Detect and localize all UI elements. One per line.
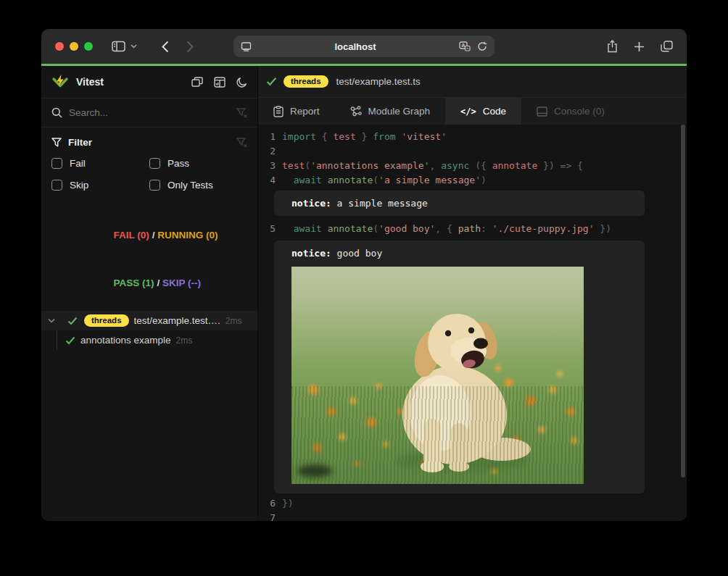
sidebar: Vitest — [41, 66, 258, 521]
line-number: 3 — [258, 159, 276, 173]
test-file-name: test/example.test…. — [134, 315, 220, 326]
clear-filter-icon[interactable] — [236, 138, 247, 148]
search-icon — [51, 107, 62, 118]
app-title: Vitest — [76, 76, 104, 88]
traffic-lights — [55, 42, 93, 51]
annotation-text: a simple message — [331, 198, 428, 209]
tab-report[interactable]: Report — [258, 98, 335, 125]
reload-icon[interactable] — [477, 41, 487, 51]
test-case-duration: 2ms — [176, 335, 193, 346]
test-case-name: annotations example — [80, 335, 171, 346]
code-lines: 1import { test } from 'vitest'23test('an… — [258, 130, 687, 521]
annotation-text: good boy — [331, 248, 382, 259]
page-settings-icon[interactable] — [241, 42, 252, 51]
skip-count: SKIP (--) — [162, 277, 201, 288]
line-number: 5 — [258, 222, 276, 236]
dark-mode-toggle-icon[interactable] — [236, 77, 247, 88]
tab-bar: Report Module Graph </> Code — [258, 98, 687, 125]
minimize-window-button[interactable] — [70, 42, 78, 51]
vitest-logo-icon — [51, 74, 69, 90]
file-header: threads test/example.test.ts — [258, 66, 687, 98]
back-button[interactable] — [162, 41, 169, 53]
line-number: 2 — [258, 144, 276, 159]
tab-module-graph[interactable]: Module Graph — [335, 98, 446, 125]
code-icon: </> — [460, 107, 476, 117]
filter-checkbox-fail[interactable]: Fail — [51, 152, 149, 174]
url-text[interactable]: localhost — [252, 41, 459, 52]
console-icon — [537, 107, 547, 117]
browser-titlebar: localhost A — [41, 29, 687, 64]
filter-checkbox-only-tests[interactable]: Only Tests — [149, 174, 247, 196]
sidebar-menu-chevron-icon[interactable] — [131, 44, 137, 49]
pool-badge: threads — [84, 314, 129, 327]
indent-guide — [57, 330, 57, 350]
line-number: 1 — [258, 130, 276, 144]
dashboard-icon[interactable] — [214, 77, 226, 88]
pass-check-icon — [67, 317, 78, 325]
zoom-window-button[interactable] — [84, 42, 93, 51]
tab-code[interactable]: </> Code — [445, 98, 521, 125]
code-line: 2 — [258, 144, 687, 159]
test-case-row[interactable]: annotations example 2ms — [41, 330, 257, 350]
test-file-row[interactable]: threads test/example.test…. 2ms — [41, 311, 257, 330]
module-graph-icon — [350, 106, 362, 117]
checkbox-icon[interactable] — [149, 180, 160, 191]
pool-badge: threads — [284, 75, 328, 88]
filter-title: Filter — [68, 137, 92, 148]
code-line: 3test('annotations example', async ({ an… — [258, 159, 687, 173]
search-input[interactable] — [69, 107, 214, 118]
annotation-attachment-image — [291, 267, 584, 484]
fail-count: FAIL (0) — [114, 230, 149, 241]
pass-check-icon — [65, 336, 75, 345]
test-tree: threads test/example.test…. 2ms annotati… — [41, 311, 257, 350]
tab-overview-icon[interactable] — [661, 41, 673, 52]
chevron-down-icon[interactable] — [48, 318, 57, 323]
code-editor: 1import { test } from 'vitest'23test('an… — [258, 125, 687, 521]
filter-checkbox-skip[interactable]: Skip — [51, 174, 149, 196]
code-line: 7 — [258, 511, 687, 521]
annotation-label: notice: — [291, 198, 331, 209]
tab-console[interactable]: Console (0) — [521, 98, 620, 125]
collapse-panels-icon[interactable] — [191, 77, 203, 88]
code-line: 1import { test } from 'vitest' — [258, 130, 687, 144]
pass-count: PASS (1) — [114, 277, 154, 288]
sidebar-toggle-icon[interactable] — [112, 41, 125, 52]
main-panel: threads test/example.test.ts Report — [258, 66, 687, 521]
line-number: 4 — [258, 173, 276, 188]
share-icon[interactable] — [607, 40, 618, 53]
filter-funnel-icon — [51, 138, 62, 147]
checkbox-icon[interactable] — [51, 180, 62, 191]
line-number: 6 — [258, 496, 276, 511]
browser-window: localhost A — [41, 29, 687, 521]
report-icon — [273, 106, 284, 117]
running-count: RUNNING (0) — [157, 230, 218, 241]
new-tab-icon[interactable] — [634, 41, 645, 52]
test-file-duration: 2ms — [226, 316, 242, 326]
close-window-button[interactable] — [55, 42, 64, 51]
open-file-name: test/example.test.ts — [336, 76, 421, 87]
annotation-label: notice: — [291, 248, 331, 259]
translate-icon[interactable]: A — [459, 41, 471, 51]
filter-section: Filter Fail Pass — [41, 128, 257, 199]
test-run-summary: FAIL (0) / RUNNING (0) PASS (1) / SKIP (… — [41, 212, 257, 307]
annotation-card: notice: a simple message — [274, 191, 645, 216]
address-bar[interactable]: localhost A — [233, 36, 495, 57]
scrollbar-thumb[interactable] — [681, 125, 685, 477]
filter-checkbox-pass[interactable]: Pass — [149, 152, 247, 174]
code-line: 6}) — [258, 496, 687, 511]
code-line: 4 await annotate('a simple message') — [258, 173, 687, 188]
pass-check-icon — [266, 77, 277, 86]
forward-button[interactable] — [186, 41, 194, 53]
clear-search-filter-icon[interactable] — [236, 108, 247, 118]
code-line: 5 await annotate('good boy', { path: './… — [258, 222, 687, 236]
line-number: 7 — [258, 511, 276, 521]
checkbox-icon[interactable] — [51, 158, 62, 169]
annotation-card: notice: good boy — [274, 241, 645, 493]
checkbox-icon[interactable] — [149, 158, 160, 169]
